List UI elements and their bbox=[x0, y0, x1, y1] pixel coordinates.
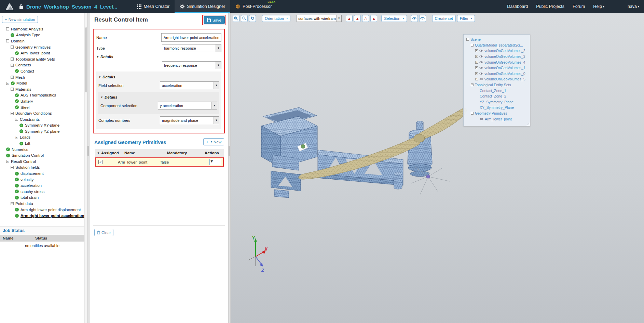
panel-resize-handle[interactable] bbox=[87, 146, 89, 156]
tree-item[interactable]: ✓ Analysis Type bbox=[5, 32, 87, 38]
sidebar-resize-divider[interactable] bbox=[87, 13, 90, 323]
collapse-icon[interactable]: − bbox=[11, 88, 14, 91]
eye-icon[interactable] bbox=[479, 55, 483, 58]
expand-icon[interactable]: + bbox=[475, 55, 478, 58]
viewport-3d[interactable]: ↻ Orientation ▾ surfaces with wireframe … bbox=[231, 13, 644, 323]
scene-tree-item[interactable]: + volumeOnGeoVolumes_1 bbox=[465, 65, 529, 71]
collapse-icon[interactable]: − bbox=[471, 44, 474, 47]
collapse-icon[interactable]: − bbox=[6, 160, 9, 163]
scene-item-label[interactable]: XY_Symmetry_Plane bbox=[480, 105, 514, 109]
type-select[interactable]: harmonic response ▼ bbox=[162, 44, 221, 52]
eye-icon[interactable] bbox=[479, 61, 483, 64]
drone-model-canvas[interactable]: Y X Z bbox=[231, 13, 644, 323]
tree-item[interactable]: ✓ Simulation Control bbox=[5, 152, 87, 158]
panel-resize-handle[interactable] bbox=[229, 146, 230, 156]
scene-tree-item[interactable]: + volumeOnGeoVolumes_0 bbox=[465, 71, 529, 77]
collapse-icon[interactable]: − bbox=[11, 166, 14, 169]
complex-numbers-select[interactable]: magnitude and phase ▼ bbox=[160, 116, 219, 124]
public-projects-link[interactable]: Public Projects bbox=[536, 4, 564, 9]
tree-item[interactable]: ✓ ABS Thermoplastics bbox=[5, 92, 87, 99]
tree-item[interactable]: ✓ cauchy stress bbox=[5, 189, 87, 195]
scene-item-label[interactable]: YZ_Symmetry_Plane bbox=[480, 100, 513, 104]
scene-tree-item[interactable]: Contact_Zone_2 bbox=[465, 93, 529, 99]
scene-item-label[interactable]: volumeOnGeoVolumes_2 bbox=[484, 49, 525, 53]
help-menu[interactable]: Help▾ bbox=[593, 4, 604, 9]
tree-item[interactable]: − Contacts bbox=[5, 62, 87, 68]
collapse-icon[interactable]: − bbox=[471, 112, 474, 115]
response-type-select[interactable]: frequency response ▼ bbox=[162, 61, 221, 69]
scene-tree-item[interactable]: YZ_Symmetry_Plane bbox=[465, 99, 529, 105]
zoom-extents-button[interactable] bbox=[241, 15, 248, 22]
tree-item[interactable]: ✓ acceleration bbox=[5, 182, 87, 189]
expand-icon[interactable]: + bbox=[475, 72, 478, 75]
component-selection-select[interactable]: y acceleration ▼ bbox=[158, 102, 217, 109]
show-selected-button[interactable] bbox=[411, 15, 418, 22]
table-row[interactable]: Arm_lower_point false ▼ bbox=[95, 157, 224, 167]
tree-item[interactable]: − Materials bbox=[5, 86, 87, 92]
scene-item-label[interactable]: Arm_lower_point bbox=[485, 117, 512, 121]
tree-item[interactable]: + Topological Entity Sets bbox=[5, 56, 87, 62]
mesh-quality-button-2[interactable]: ▲ bbox=[354, 15, 361, 22]
details-toggle[interactable]: ▼ Details bbox=[98, 75, 219, 79]
field-selection-select[interactable]: acceleration ▼ bbox=[160, 81, 219, 89]
filter-dropdown[interactable]: Filter ▾ bbox=[457, 15, 475, 22]
render-mode-select[interactable]: surfaces with wireframe ▼ bbox=[297, 15, 342, 22]
expand-icon[interactable]: + bbox=[475, 78, 478, 80]
tree-item[interactable]: ✓ Arm right lower point displacement bbox=[5, 207, 87, 213]
tree-item[interactable]: − Result Control bbox=[5, 158, 87, 165]
scene-tree-item[interactable]: − Scene bbox=[465, 37, 529, 42]
expand-icon[interactable]: + bbox=[11, 57, 14, 61]
expand-icon[interactable]: + bbox=[475, 61, 478, 64]
tree-item[interactable]: − Point data bbox=[5, 201, 87, 207]
panel-resize-divider[interactable] bbox=[228, 13, 231, 323]
tab-post-processor[interactable]: BETA Post-Processor bbox=[230, 0, 277, 13]
project-title[interactable]: Drone_Workshop_Session_4_Level... bbox=[26, 4, 118, 10]
collapse-icon[interactable]: − bbox=[466, 38, 469, 41]
dashboard-link[interactable]: Dashboard bbox=[507, 4, 528, 9]
expand-icon[interactable]: + bbox=[475, 66, 478, 69]
eye-icon[interactable] bbox=[479, 78, 483, 80]
row-actions-select[interactable]: ▼ bbox=[209, 159, 221, 165]
tree-item[interactable]: − Domain bbox=[5, 38, 87, 44]
details-toggle[interactable]: ▼ Details bbox=[96, 55, 221, 59]
sidebar-scrollbar[interactable] bbox=[84, 13, 87, 323]
scene-tree-item[interactable]: Arm_lower_point bbox=[465, 116, 529, 122]
details-toggle[interactable]: ▼ Details bbox=[100, 95, 217, 99]
new-simulation-button[interactable]: +New simulation bbox=[2, 16, 38, 23]
tree-item[interactable]: ✓ total strain bbox=[5, 195, 87, 201]
forum-link[interactable]: Forum bbox=[573, 4, 585, 9]
tree-item[interactable]: ✓ Symmetry YZ-plane bbox=[5, 128, 87, 134]
scene-item-label[interactable]: Scene bbox=[470, 37, 481, 41]
collapse-icon[interactable]: − bbox=[15, 118, 18, 121]
eye-icon[interactable] bbox=[479, 72, 483, 75]
eye-icon[interactable] bbox=[479, 66, 483, 69]
clear-button[interactable]: Clear bbox=[94, 229, 113, 236]
scene-tree-item[interactable]: XY_Symmetry_Plane bbox=[465, 105, 529, 111]
tree-item[interactable]: ✓ Numerics bbox=[5, 146, 87, 153]
scene-item-label[interactable]: volumeOnGeoVolumes_3 bbox=[484, 54, 525, 59]
user-menu[interactable]: nava▾ bbox=[628, 4, 639, 9]
collapse-icon[interactable]: − bbox=[11, 202, 14, 205]
tree-item[interactable]: ✓ displacement bbox=[5, 170, 87, 177]
scene-item-label[interactable]: volumeOnGeoVolumes_5 bbox=[484, 77, 525, 81]
eye-icon[interactable] bbox=[479, 49, 483, 52]
tree-item[interactable]: ✓ Arm_lower_point bbox=[5, 50, 87, 56]
eye-icon[interactable] bbox=[480, 118, 483, 120]
save-button[interactable]: Save bbox=[204, 16, 225, 24]
tree-item[interactable]: − Constraints bbox=[5, 116, 87, 122]
selection-dropdown[interactable]: Selection ▾ bbox=[381, 15, 407, 22]
tab-mesh-creator[interactable]: Mesh Creator bbox=[132, 0, 175, 13]
mesh-quality-button-4[interactable]: ▲ bbox=[370, 15, 377, 22]
tree-item[interactable]: − ✓ Model bbox=[5, 80, 87, 86]
tree-item[interactable]: − Geometry Primitives bbox=[5, 44, 87, 50]
scene-tree-item[interactable]: + volumeOnGeoVolumes_4 bbox=[465, 59, 529, 65]
tree-item[interactable]: ✓ Battery bbox=[5, 98, 87, 104]
collapse-icon[interactable]: − bbox=[471, 83, 474, 86]
tree-item[interactable]: − Harmonic Analysis bbox=[5, 26, 87, 32]
scene-tree-item[interactable]: Contact_Zone_1 bbox=[465, 88, 529, 93]
app-logo-icon[interactable] bbox=[5, 2, 15, 11]
tree-item[interactable]: − Solution fields bbox=[5, 165, 87, 171]
tree-item[interactable]: ✓ Contact bbox=[5, 68, 87, 74]
collapse-icon[interactable]: − bbox=[15, 136, 18, 139]
scene-item-label[interactable]: volumeOnGeoVolumes_1 bbox=[484, 66, 525, 70]
